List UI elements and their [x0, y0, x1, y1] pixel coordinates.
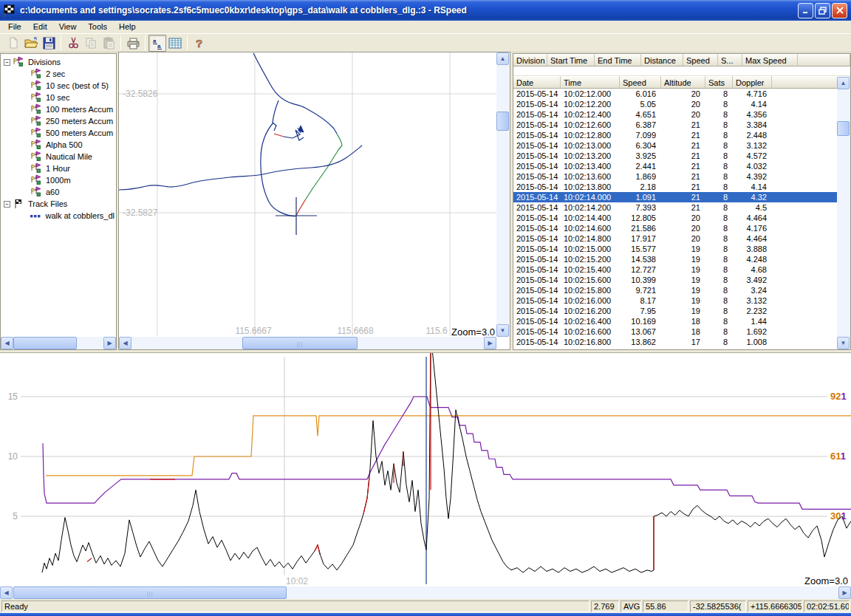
table-row[interactable]: 2015-05-1410:02:16.60013.0671881.692: [513, 326, 850, 337]
close-button[interactable]: [832, 3, 847, 18]
table-row[interactable]: 2015-05-1410:02:12.4004.6512084.356: [513, 109, 850, 120]
cell-time: 10:02:13.600: [561, 171, 620, 182]
table-row[interactable]: 2015-05-1410:02:14.0001.0912184.32: [513, 192, 850, 202]
sidebar-item-10-sec[interactable]: 10 sec: [1, 92, 116, 103]
print-button[interactable]: [124, 35, 142, 52]
grid-view-button[interactable]: [166, 35, 184, 52]
division-column-end-time[interactable]: End Time: [595, 54, 641, 66]
map-horizontal-scrollbar[interactable]: ◀ ||| ▶: [119, 337, 496, 349]
cell-sats: 8: [705, 99, 733, 109]
table-row[interactable]: 2015-05-1410:02:13.6001.8692184.392: [513, 171, 850, 182]
scroll-down-button[interactable]: ▼: [496, 324, 509, 337]
sidebar-item-2-sec[interactable]: 2 sec: [1, 68, 116, 80]
division-list-body[interactable]: [513, 66, 850, 76]
thumb-grip: |||: [297, 340, 303, 346]
gps-track-map[interactable]: -32.5826-32.5827115.6667115.6668115.6Zoo…: [119, 52, 496, 337]
scroll-left-button[interactable]: ◀: [0, 586, 13, 599]
sidebar-item-walk-at-cobblers-dl[interactable]: walk at cobblers_dl: [1, 210, 116, 222]
scroll-thumb[interactable]: [496, 112, 509, 131]
table-row[interactable]: 2015-05-1410:02:13.2003.9252184.572: [513, 151, 850, 161]
table-row[interactable]: 2015-05-1410:02:15.60010.3991983.492: [513, 275, 850, 285]
tree-expander[interactable]: −: [4, 59, 10, 66]
column-header-doppler[interactable]: Doppler: [733, 76, 772, 89]
table-row[interactable]: 2015-05-1410:02:15.20014.5381984.248: [513, 254, 850, 264]
status-speed: 2.769: [591, 600, 619, 612]
table-row[interactable]: 2015-05-1410:02:14.60021.5862084.176: [513, 223, 850, 233]
table-row[interactable]: 2015-05-1410:02:14.40012.8052084.464: [513, 213, 850, 223]
table-row[interactable]: 2015-05-1410:02:13.4002.4412184.032: [513, 161, 850, 171]
table-row[interactable]: 2015-05-1410:02:15.00015.5771983.888: [513, 244, 850, 254]
save-button[interactable]: [40, 35, 58, 52]
division-column-division[interactable]: Division: [513, 54, 547, 66]
table-row[interactable]: 2015-05-1410:02:16.2007.951982.232: [513, 306, 850, 316]
cut-button[interactable]: [64, 35, 82, 52]
table-row[interactable]: 2015-05-1410:02:16.40010.1691881.44: [513, 316, 850, 326]
table-row[interactable]: 2015-05-1410:02:16.0008.171983.132: [513, 295, 850, 306]
sidebar-item-100-meters-accum[interactable]: 100 meters Accum: [1, 103, 116, 115]
table-row[interactable]: 2015-05-1410:02:12.2005.052084.14: [513, 99, 850, 109]
table-row[interactable]: 2015-05-1410:02:13.0006.3042183.132: [513, 140, 850, 151]
sidebar-item-divisions[interactable]: −Divisions: [1, 56, 116, 68]
restore-button[interactable]: [815, 3, 830, 18]
speed-altitude-chart[interactable]: 5101510:02921611301Zoom=3.0: [0, 353, 851, 586]
minimize-button[interactable]: [798, 3, 813, 18]
map-vertical-scrollbar[interactable]: ▲ ▼: [496, 52, 510, 337]
sidebar-item-nautical-mile[interactable]: Nautical Mile: [1, 151, 116, 162]
sidebar-item-500-meters-accum[interactable]: 500 meters Accum: [1, 127, 116, 139]
division-column-start-time[interactable]: Start Time: [547, 54, 595, 66]
scroll-left-button[interactable]: ◀: [1, 337, 13, 349]
table-row[interactable]: 2015-05-1410:02:12.8007.0992182.448: [513, 130, 850, 140]
tree-expander[interactable]: −: [4, 201, 10, 208]
scroll-right-button[interactable]: ▶: [838, 586, 851, 599]
scroll-left-button[interactable]: ◀: [119, 337, 131, 349]
copy-button[interactable]: [82, 35, 100, 52]
new-button[interactable]: [4, 35, 22, 52]
sidebar-item-250-meters-accum[interactable]: 250 meters Accum: [1, 115, 116, 127]
table-row[interactable]: 2015-05-1410:02:14.80017.9172084.464: [513, 233, 850, 244]
sidebar-item-alpha-500[interactable]: Alpha 500: [1, 139, 116, 151]
sidebar-item-1-hour[interactable]: 1 Hour: [1, 162, 116, 174]
table-row[interactable]: 2015-05-1410:02:14.2007.3932184.5: [513, 202, 850, 213]
table-row[interactable]: 2015-05-1410:02:16.80013.8621781.008: [513, 337, 850, 347]
scroll-thumb[interactable]: |||: [13, 586, 287, 599]
sidebar-item-a60[interactable]: a60: [1, 186, 116, 198]
scroll-down-button[interactable]: ▼: [837, 337, 850, 349]
scroll-thumb[interactable]: [837, 121, 850, 136]
column-header-date[interactable]: Date: [513, 76, 561, 89]
chart-horizontal-scrollbar[interactable]: ◀ ||| ▶: [0, 586, 851, 599]
division-column-speed[interactable]: Speed: [683, 54, 718, 66]
sidebar-item-1000m[interactable]: 1000m: [1, 174, 116, 186]
division-column-distance[interactable]: Distance: [641, 54, 683, 66]
column-header-sats[interactable]: Sats: [705, 76, 733, 89]
column-header-time[interactable]: Time: [561, 76, 620, 89]
division-column-s-[interactable]: S...: [718, 54, 742, 66]
scroll-up-button[interactable]: ▲: [496, 52, 509, 65]
table-row[interactable]: 2015-05-1410:02:15.40012.7271984.68: [513, 264, 850, 275]
paste-button[interactable]: [100, 35, 117, 52]
menu-edit[interactable]: Edit: [27, 21, 53, 32]
menu-view[interactable]: View: [53, 21, 83, 32]
table-row[interactable]: 2015-05-1410:02:15.8009.7211983.24: [513, 285, 850, 295]
division-column-max-speed[interactable]: Max Speed: [742, 54, 798, 66]
menu-tools[interactable]: Tools: [82, 21, 113, 32]
table-row[interactable]: 2015-05-1410:02:12.6006.3872183.384: [513, 120, 850, 130]
sidebar-item-track-files[interactable]: −Track Files: [1, 198, 116, 210]
table-row[interactable]: 2015-05-1410:02:13.8002.182184.14: [513, 182, 850, 192]
column-header-altitude[interactable]: Altitude: [661, 76, 705, 89]
table-vertical-scrollbar[interactable]: ▲ ▼: [837, 77, 850, 349]
scroll-up-button[interactable]: ▲: [837, 77, 850, 89]
cell-doppler: 2.232: [733, 306, 772, 316]
menu-help[interactable]: Help: [113, 21, 142, 32]
column-header-speed[interactable]: Speed: [620, 76, 661, 89]
sidebar-item-10-sec-best-of-5-[interactable]: 10 sec (best of 5): [1, 80, 116, 92]
scroll-right-button[interactable]: ▶: [484, 337, 496, 349]
menu-file[interactable]: File: [2, 21, 27, 32]
scroll-right-button[interactable]: ▶: [103, 337, 116, 349]
scroll-thumb[interactable]: [13, 337, 77, 349]
scroll-thumb[interactable]: |||: [242, 337, 358, 349]
table-row[interactable]: 2015-05-1410:02:12.0006.0162084.716: [513, 89, 850, 99]
tree-horizontal-scrollbar[interactable]: ◀ ▶: [1, 337, 116, 349]
open-button[interactable]: [22, 35, 40, 52]
split-view-button[interactable]: aa: [148, 35, 166, 52]
help-button[interactable]: ?: [191, 35, 208, 52]
